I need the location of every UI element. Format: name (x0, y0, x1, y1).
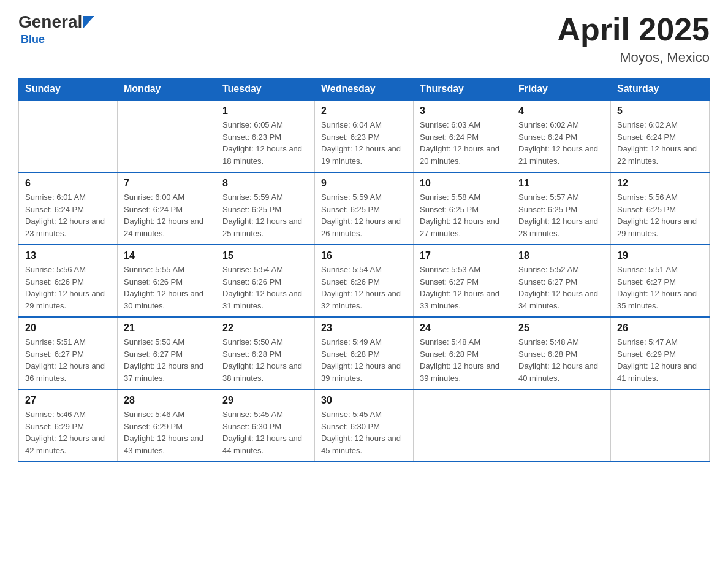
calendar-cell: 9Sunrise: 5:59 AMSunset: 6:25 PMDaylight… (315, 172, 414, 245)
sun-info: Sunrise: 5:47 AMSunset: 6:29 PMDaylight:… (617, 336, 703, 384)
calendar-table: SundayMondayTuesdayWednesdayThursdayFrid… (18, 78, 710, 462)
location-title: Moyos, Mexico (557, 50, 710, 66)
calendar-cell: 25Sunrise: 5:48 AMSunset: 6:28 PMDayligh… (512, 317, 611, 389)
day-number: 5 (617, 105, 703, 117)
day-number: 20 (25, 323, 111, 334)
day-number: 21 (124, 323, 210, 334)
day-number: 15 (222, 250, 308, 261)
day-number: 12 (617, 178, 703, 189)
day-number: 30 (321, 395, 407, 406)
sun-info: Sunrise: 5:48 AMSunset: 6:28 PMDaylight:… (518, 336, 604, 384)
day-number: 10 (420, 178, 506, 189)
calendar-week-row: 27Sunrise: 5:46 AMSunset: 6:29 PMDayligh… (19, 389, 710, 462)
sun-info: Sunrise: 5:51 AMSunset: 6:27 PMDaylight:… (25, 336, 111, 384)
calendar-cell: 19Sunrise: 5:51 AMSunset: 6:27 PMDayligh… (611, 245, 710, 317)
sun-info: Sunrise: 5:45 AMSunset: 6:30 PMDaylight:… (321, 408, 407, 456)
calendar-cell: 3Sunrise: 6:03 AMSunset: 6:24 PMDaylight… (414, 100, 512, 172)
sun-info: Sunrise: 5:52 AMSunset: 6:27 PMDaylight:… (518, 264, 604, 312)
day-number: 13 (25, 250, 111, 261)
day-number: 27 (25, 395, 111, 406)
calendar-cell (414, 389, 512, 462)
page-header: General Blue April 2025 Moyos, Mexico (18, 12, 710, 66)
logo: General Blue (18, 12, 94, 46)
sun-info: Sunrise: 5:50 AMSunset: 6:28 PMDaylight:… (222, 336, 308, 384)
calendar-day-header: Sunday (19, 79, 118, 101)
title-block: April 2025 Moyos, Mexico (557, 12, 710, 66)
calendar-cell: 6Sunrise: 6:01 AMSunset: 6:24 PMDaylight… (19, 172, 118, 245)
day-number: 7 (124, 178, 210, 189)
sun-info: Sunrise: 6:00 AMSunset: 6:24 PMDaylight:… (124, 191, 210, 239)
sun-info: Sunrise: 5:56 AMSunset: 6:25 PMDaylight:… (617, 191, 703, 239)
day-number: 17 (420, 250, 506, 261)
sun-info: Sunrise: 5:48 AMSunset: 6:28 PMDaylight:… (420, 336, 506, 384)
sun-info: Sunrise: 6:02 AMSunset: 6:24 PMDaylight:… (617, 119, 703, 167)
calendar-cell: 26Sunrise: 5:47 AMSunset: 6:29 PMDayligh… (611, 317, 710, 389)
day-number: 8 (222, 178, 308, 189)
calendar-cell (512, 389, 611, 462)
calendar-day-header: Tuesday (216, 79, 315, 101)
calendar-cell: 23Sunrise: 5:49 AMSunset: 6:28 PMDayligh… (315, 317, 414, 389)
sun-info: Sunrise: 6:01 AMSunset: 6:24 PMDaylight:… (25, 191, 111, 239)
sun-info: Sunrise: 5:49 AMSunset: 6:28 PMDaylight:… (321, 336, 407, 384)
calendar-header-row: SundayMondayTuesdayWednesdayThursdayFrid… (19, 79, 710, 101)
day-number: 24 (420, 323, 506, 334)
calendar-cell: 21Sunrise: 5:50 AMSunset: 6:27 PMDayligh… (118, 317, 216, 389)
calendar-day-header: Monday (118, 79, 216, 101)
day-number: 1 (222, 105, 308, 117)
calendar-week-row: 6Sunrise: 6:01 AMSunset: 6:24 PMDaylight… (19, 172, 710, 245)
calendar-day-header: Thursday (414, 79, 512, 101)
calendar-cell (118, 100, 216, 172)
calendar-week-row: 20Sunrise: 5:51 AMSunset: 6:27 PMDayligh… (19, 317, 710, 389)
day-number: 23 (321, 323, 407, 334)
calendar-week-row: 13Sunrise: 5:56 AMSunset: 6:26 PMDayligh… (19, 245, 710, 317)
calendar-cell: 29Sunrise: 5:45 AMSunset: 6:30 PMDayligh… (216, 389, 315, 462)
sun-info: Sunrise: 6:02 AMSunset: 6:24 PMDaylight:… (518, 119, 604, 167)
day-number: 28 (124, 395, 210, 406)
calendar-cell: 10Sunrise: 5:58 AMSunset: 6:25 PMDayligh… (414, 172, 512, 245)
sun-info: Sunrise: 5:59 AMSunset: 6:25 PMDaylight:… (222, 191, 308, 239)
calendar-cell: 4Sunrise: 6:02 AMSunset: 6:24 PMDaylight… (512, 100, 611, 172)
logo-general-text: General (18, 12, 82, 32)
calendar-cell: 8Sunrise: 5:59 AMSunset: 6:25 PMDaylight… (216, 172, 315, 245)
sun-info: Sunrise: 5:58 AMSunset: 6:25 PMDaylight:… (420, 191, 506, 239)
calendar-cell: 16Sunrise: 5:54 AMSunset: 6:26 PMDayligh… (315, 245, 414, 317)
sun-info: Sunrise: 6:05 AMSunset: 6:23 PMDaylight:… (222, 119, 308, 167)
sun-info: Sunrise: 5:54 AMSunset: 6:26 PMDaylight:… (222, 264, 308, 312)
calendar-cell (19, 100, 118, 172)
day-number: 2 (321, 105, 407, 117)
day-number: 9 (321, 178, 407, 189)
day-number: 19 (617, 250, 703, 261)
calendar-cell: 17Sunrise: 5:53 AMSunset: 6:27 PMDayligh… (414, 245, 512, 317)
calendar-cell: 15Sunrise: 5:54 AMSunset: 6:26 PMDayligh… (216, 245, 315, 317)
day-number: 4 (518, 105, 604, 117)
calendar-cell: 12Sunrise: 5:56 AMSunset: 6:25 PMDayligh… (611, 172, 710, 245)
day-number: 18 (518, 250, 604, 261)
sun-info: Sunrise: 6:04 AMSunset: 6:23 PMDaylight:… (321, 119, 407, 167)
day-number: 16 (321, 250, 407, 261)
calendar-cell: 7Sunrise: 6:00 AMSunset: 6:24 PMDaylight… (118, 172, 216, 245)
calendar-cell: 2Sunrise: 6:04 AMSunset: 6:23 PMDaylight… (315, 100, 414, 172)
sun-info: Sunrise: 5:50 AMSunset: 6:27 PMDaylight:… (124, 336, 210, 384)
day-number: 14 (124, 250, 210, 261)
sun-info: Sunrise: 6:03 AMSunset: 6:24 PMDaylight:… (420, 119, 506, 167)
sun-info: Sunrise: 5:54 AMSunset: 6:26 PMDaylight:… (321, 264, 407, 312)
calendar-cell: 13Sunrise: 5:56 AMSunset: 6:26 PMDayligh… (19, 245, 118, 317)
calendar-week-row: 1Sunrise: 6:05 AMSunset: 6:23 PMDaylight… (19, 100, 710, 172)
calendar-cell (611, 389, 710, 462)
sun-info: Sunrise: 5:53 AMSunset: 6:27 PMDaylight:… (420, 264, 506, 312)
calendar-day-header: Wednesday (315, 79, 414, 101)
sun-info: Sunrise: 5:56 AMSunset: 6:26 PMDaylight:… (25, 264, 111, 312)
calendar-cell: 20Sunrise: 5:51 AMSunset: 6:27 PMDayligh… (19, 317, 118, 389)
calendar-cell: 14Sunrise: 5:55 AMSunset: 6:26 PMDayligh… (118, 245, 216, 317)
calendar-cell: 24Sunrise: 5:48 AMSunset: 6:28 PMDayligh… (414, 317, 512, 389)
calendar-cell: 1Sunrise: 6:05 AMSunset: 6:23 PMDaylight… (216, 100, 315, 172)
svg-marker-0 (83, 16, 94, 28)
sun-info: Sunrise: 5:46 AMSunset: 6:29 PMDaylight:… (25, 408, 111, 456)
day-number: 26 (617, 323, 703, 334)
calendar-cell: 11Sunrise: 5:57 AMSunset: 6:25 PMDayligh… (512, 172, 611, 245)
calendar-cell: 18Sunrise: 5:52 AMSunset: 6:27 PMDayligh… (512, 245, 611, 317)
month-year-title: April 2025 (557, 12, 710, 47)
sun-info: Sunrise: 5:51 AMSunset: 6:27 PMDaylight:… (617, 264, 703, 312)
day-number: 6 (25, 178, 111, 189)
day-number: 3 (420, 105, 506, 117)
